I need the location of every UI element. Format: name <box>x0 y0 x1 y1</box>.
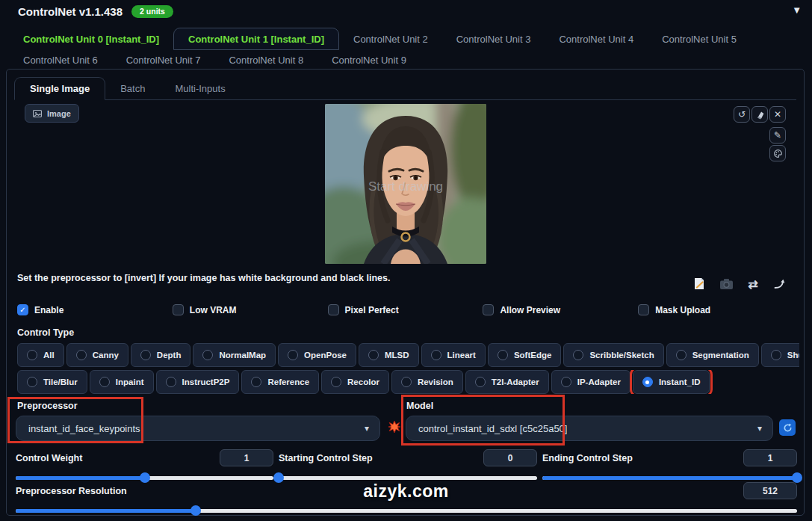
send-dimensions-button[interactable] <box>772 277 787 292</box>
radio-icon <box>288 350 298 360</box>
slider-fill <box>16 476 145 480</box>
checkbox-allow-preview-box <box>483 304 494 315</box>
slider-thumb[interactable] <box>792 472 802 483</box>
control-type-scribble[interactable]: Scribble/Sketch <box>563 343 663 367</box>
preprocessor-hint-text: Set the preprocessor to [invert] If your… <box>17 273 390 283</box>
radio-icon <box>76 350 87 360</box>
control-type-openpose[interactable]: OpenPose <box>278 343 356 367</box>
extension-title: ControlNet v1.1.438 <box>18 5 123 18</box>
undo-button[interactable]: ↺ <box>734 106 750 123</box>
erase-button[interactable] <box>751 106 768 123</box>
tab-unit-1[interactable]: ControlNet Unit 1 [Instant_ID] <box>173 28 339 50</box>
control-weight-input[interactable] <box>220 449 273 466</box>
control-type-softedge[interactable]: SoftEdge <box>488 343 561 367</box>
control-type-instructp2p[interactable]: InstructP2P <box>156 370 240 394</box>
slider-thumb[interactable] <box>140 472 150 483</box>
checkbox-enable-box: ✓ <box>17 304 28 315</box>
tab-unit-9[interactable]: ControlNet Unit 9 <box>317 50 421 70</box>
checkbox-low-vram[interactable]: Low VRAM <box>173 304 328 315</box>
new-canvas-button[interactable] <box>692 277 707 292</box>
ending-step-input[interactable] <box>743 449 797 466</box>
control-type-mlsd[interactable]: MLSD <box>359 343 419 367</box>
slider-thumb[interactable] <box>273 472 284 483</box>
control-weight-slider[interactable] <box>16 472 273 483</box>
tab-batch[interactable]: Batch <box>105 77 160 99</box>
color-sketch-button[interactable] <box>769 145 786 161</box>
checkbox-allow-preview-label: Allow Preview <box>500 305 560 315</box>
control-type-ip-adapter[interactable]: IP-Adapter <box>551 370 630 394</box>
control-type-t2i-adapter[interactable]: T2I-Adapter <box>465 370 549 394</box>
tab-unit-4[interactable]: ControlNet Unit 4 <box>545 28 648 50</box>
run-preprocessor-button[interactable] <box>388 421 400 433</box>
checkbox-mask-upload-box <box>638 304 649 315</box>
tab-unit-8[interactable]: ControlNet Unit 8 <box>214 50 317 70</box>
starting-step-group: Starting Control Step <box>279 449 537 483</box>
control-type-recolor[interactable]: Recolor <box>321 370 389 394</box>
radio-icon <box>771 350 781 360</box>
control-type-canny[interactable]: Canny <box>66 343 128 367</box>
image-toolbar-secondary: ✎ <box>769 127 786 161</box>
checkbox-mask-upload[interactable]: Mask Upload <box>638 304 793 315</box>
image-toolbar: ↺ ✕ <box>734 106 786 123</box>
chevron-down-icon: ▾ <box>365 423 369 434</box>
tab-unit-5[interactable]: ControlNet Unit 5 <box>648 28 751 50</box>
tab-single-image[interactable]: Single Image <box>14 77 105 100</box>
refresh-icon <box>783 423 793 433</box>
webcam-button[interactable] <box>719 277 734 292</box>
preprocessor-resolution-label: Preprocessor Resolution <box>16 486 127 496</box>
image-upload-area[interactable]: Image <box>14 99 796 268</box>
chevron-down-icon: ▾ <box>757 423 762 434</box>
collapse-arrow-icon[interactable]: ▼ <box>792 4 802 16</box>
control-type-normalmap[interactable]: NormalMap <box>193 343 276 367</box>
checkbox-pixel-perfect[interactable]: Pixel Perfect <box>328 304 483 315</box>
radio-icon <box>166 377 176 387</box>
preprocessor-resolution-slider[interactable] <box>16 505 797 516</box>
model-value: control_instant_id_sdxl [c5c25a50] <box>418 423 567 434</box>
tab-unit-7[interactable]: ControlNet Unit 7 <box>112 50 215 70</box>
preprocessor-label: Preprocessor <box>17 401 78 411</box>
preprocessor-dropdown[interactable]: instant_id_face_keypoints ▾ <box>16 416 380 441</box>
checkbox-allow-preview[interactable]: Allow Preview <box>483 304 638 315</box>
checkbox-enable[interactable]: ✓ Enable <box>17 304 173 315</box>
control-type-depth[interactable]: Depth <box>131 343 191 367</box>
radio-icon <box>431 350 441 360</box>
control-type-instant-id[interactable]: Instant_ID <box>633 370 710 394</box>
control-weight-group: Control Weight <box>16 449 273 483</box>
control-type-all[interactable]: All <box>17 343 64 367</box>
tab-unit-2[interactable]: ControlNet Unit 2 <box>339 28 442 50</box>
radio-icon <box>368 350 379 360</box>
control-weight-label: Control Weight <box>16 453 82 463</box>
control-type-inpaint[interactable]: Inpaint <box>90 370 154 394</box>
unit-tab-row-1: ControlNet Unit 0 [Instant_ID] ControlNe… <box>9 28 803 50</box>
control-type-shuffle[interactable]: Shuffle <box>761 343 799 367</box>
radio-icon <box>676 350 687 360</box>
slider-thumb[interactable] <box>190 505 201 516</box>
edit-button[interactable]: ✎ <box>769 127 786 144</box>
image-icon <box>33 109 42 118</box>
tab-multi-inputs[interactable]: Multi-Inputs <box>160 77 240 99</box>
refresh-models-button[interactable] <box>779 419 796 436</box>
watermark-text: aizyk.com <box>363 481 448 502</box>
control-type-reference[interactable]: Reference <box>241 370 319 394</box>
tab-unit-3[interactable]: ControlNet Unit 3 <box>442 28 545 50</box>
control-type-tile-blur[interactable]: Tile/Blur <box>17 370 87 394</box>
starting-step-input[interactable] <box>483 449 537 466</box>
mirror-webcam-button[interactable]: ⇄ <box>746 277 760 292</box>
preprocessor-resolution-input[interactable] <box>743 482 797 499</box>
control-type-lineart[interactable]: Lineart <box>421 343 486 367</box>
radio-icon <box>140 350 151 360</box>
control-image-portrait[interactable]: Start drawing <box>325 104 486 264</box>
clear-image-button[interactable]: ✕ <box>769 106 786 123</box>
tab-unit-0[interactable]: ControlNet Unit 0 [Instant_ID] <box>9 28 173 50</box>
radio-icon <box>27 350 37 360</box>
checkbox-enable-label: Enable <box>34 305 63 315</box>
image-label-text: Image <box>47 109 71 118</box>
ending-step-slider[interactable] <box>542 472 797 483</box>
model-dropdown[interactable]: control_instant_id_sdxl [c5c25a50] ▾ <box>406 416 773 441</box>
control-type-label: Control Type <box>17 327 74 338</box>
radio-icon <box>561 377 571 387</box>
control-type-revision[interactable]: Revision <box>391 370 463 394</box>
tab-unit-6[interactable]: ControlNet Unit 6 <box>9 50 112 70</box>
close-icon: ✕ <box>774 109 781 120</box>
control-type-segmentation[interactable]: Segmentation <box>666 343 759 367</box>
